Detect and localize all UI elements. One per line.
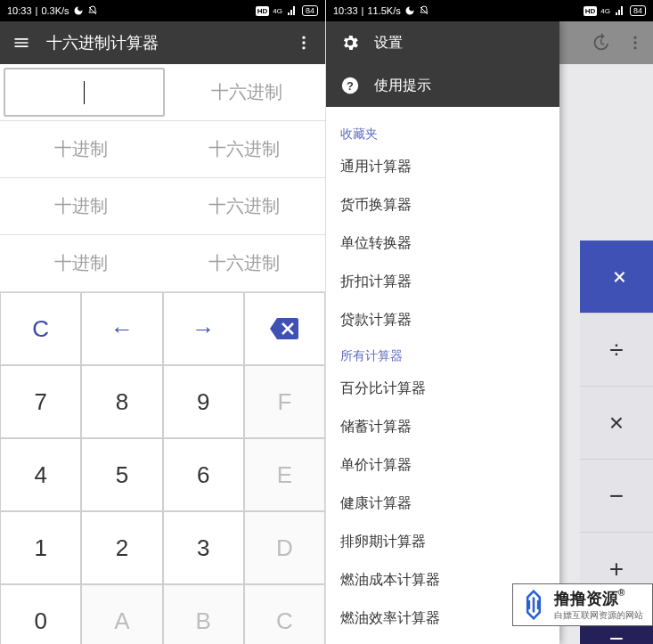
display-row: 十进制 十六进制 — [0, 235, 325, 292]
menu-item[interactable]: 单价计算器 — [326, 446, 559, 485]
status-net: 0.3K/s — [41, 5, 69, 16]
key-d[interactable]: D — [245, 512, 324, 583]
menu-item[interactable]: 健康计算器 — [326, 485, 559, 523]
mute-icon — [419, 5, 429, 16]
keypad: C ← → 7 8 9 F 4 5 6 E 1 2 3 D 0 A B C — [0, 292, 325, 644]
more-icon[interactable] — [626, 34, 644, 52]
menu-item[interactable]: 排卵期计算器 — [326, 523, 559, 561]
svg-text:?: ? — [347, 79, 354, 93]
status-time: 10:33 — [333, 5, 358, 16]
status-time: 10:33 — [7, 5, 32, 16]
watermark: 撸撸资源® 白嫖互联网资源的网站 — [512, 583, 653, 626]
op-multiply[interactable]: × — [580, 387, 653, 460]
svg-point-3 — [633, 37, 636, 39]
hd-icon: HD — [256, 6, 270, 16]
key-4[interactable]: 4 — [1, 439, 80, 510]
hd-icon: HD — [584, 6, 598, 16]
key-backspace[interactable] — [245, 293, 324, 364]
nav-drawer: 设置 ? 使用提示 收藏夹 通用计算器 货币换算器 单位转换器 折扣计算器 贷款… — [326, 21, 559, 644]
display-label[interactable]: 十六进制 — [163, 178, 326, 234]
key-2[interactable]: 2 — [82, 512, 161, 583]
menu-item[interactable]: 通用计算器 — [326, 148, 559, 186]
key-1[interactable]: 1 — [1, 512, 80, 583]
drawer-label: 使用提示 — [374, 77, 431, 95]
display-label[interactable]: 十六进制 — [163, 121, 326, 177]
display-row: 十进制 十六进制 — [0, 178, 325, 235]
display-label[interactable]: 十六进制 — [163, 235, 326, 291]
key-b[interactable]: B — [164, 585, 243, 644]
display-label[interactable]: 十进制 — [0, 235, 163, 291]
watermark-sub: 白嫖互联网资源的网站 — [554, 609, 643, 622]
drawer-label: 设置 — [374, 34, 403, 53]
mute-icon — [87, 5, 98, 16]
key-7[interactable]: 7 — [1, 366, 80, 437]
watermark-main: 撸撸资源 — [554, 590, 618, 607]
phone-right: 10:33 | 11.5K/s HD 4G 84 ÷ × − — [326, 0, 653, 644]
history-icon[interactable] — [591, 33, 610, 53]
drawer-item-settings[interactable]: 设置 — [326, 21, 559, 64]
key-f[interactable]: F — [245, 366, 324, 437]
key-6[interactable]: 6 — [164, 439, 243, 510]
page-title: 十六进制计算器 — [32, 32, 293, 53]
key-right[interactable]: → — [164, 293, 243, 364]
hex-input[interactable] — [4, 68, 165, 117]
svg-point-0 — [302, 37, 305, 39]
menu-item[interactable]: 折扣计算器 — [326, 263, 559, 301]
battery-icon: 84 — [630, 5, 646, 16]
key-a[interactable]: A — [82, 585, 161, 644]
more-icon[interactable] — [293, 34, 314, 52]
key-e[interactable]: E — [245, 439, 324, 510]
key-0[interactable]: 0 — [1, 585, 80, 644]
svg-point-1 — [302, 41, 305, 44]
display-label[interactable]: 十进制 — [0, 178, 163, 234]
phone-left: 10:33 | 0.3K/s HD 4G 84 十六进制计算器 — [0, 0, 326, 644]
svg-point-2 — [302, 46, 305, 49]
status-net: 11.5K/s — [367, 5, 400, 16]
section-header-fav: 收藏夹 — [326, 118, 559, 148]
key-3[interactable]: 3 — [164, 512, 243, 583]
help-icon: ? — [340, 76, 360, 95]
moon-icon — [73, 5, 84, 16]
op-minus[interactable]: − — [580, 460, 653, 533]
status-bar-left: 10:33 | 0.3K/s HD 4G 84 — [0, 0, 325, 21]
appbar-left: 十六进制计算器 — [0, 21, 325, 64]
section-header-all: 所有计算器 — [326, 339, 559, 370]
signal-icon — [286, 5, 298, 16]
svg-point-5 — [633, 46, 636, 49]
menu-item[interactable]: 贷款计算器 — [326, 301, 559, 339]
key-9[interactable]: 9 — [164, 366, 243, 437]
menu-item[interactable]: 百分比计算器 — [326, 370, 559, 408]
watermark-logo-icon — [518, 590, 549, 620]
menu-item[interactable]: 日期计算器 — [326, 638, 559, 644]
drawer-item-help[interactable]: ? 使用提示 — [326, 64, 559, 107]
signal-icon — [614, 5, 626, 16]
op-divide[interactable]: ÷ — [580, 314, 653, 387]
moon-icon — [404, 5, 415, 16]
key-clear[interactable]: C — [1, 293, 80, 364]
display-row: 十进制 十六进制 — [0, 121, 325, 178]
drawer-body: 收藏夹 通用计算器 货币换算器 单位转换器 折扣计算器 贷款计算器 所有计算器 … — [326, 107, 559, 644]
op-backspace[interactable] — [580, 240, 653, 314]
display-rows: 十六进制 十进制 十六进制 十进制 十六进制 十进制 十六进制 — [0, 64, 325, 292]
menu-item[interactable]: 货币换算器 — [326, 186, 559, 224]
display-row: 十六进制 — [0, 64, 325, 121]
key-5[interactable]: 5 — [82, 439, 161, 510]
key-left[interactable]: ← — [82, 293, 161, 364]
display-label[interactable]: 十进制 — [0, 121, 163, 177]
gear-icon — [340, 33, 360, 53]
menu-item[interactable]: 储蓄计算器 — [326, 408, 559, 446]
display-label[interactable]: 十六进制 — [168, 64, 326, 120]
key-8[interactable]: 8 — [82, 366, 161, 437]
hamburger-icon[interactable] — [11, 34, 32, 52]
key-c[interactable]: C — [245, 585, 324, 644]
battery-icon: 84 — [302, 5, 318, 16]
svg-point-4 — [633, 41, 636, 44]
menu-item[interactable]: 单位转换器 — [326, 224, 559, 263]
drawer-header: 设置 ? 使用提示 — [326, 21, 559, 107]
status-bar-right: 10:33 | 11.5K/s HD 4G 84 — [326, 0, 653, 21]
